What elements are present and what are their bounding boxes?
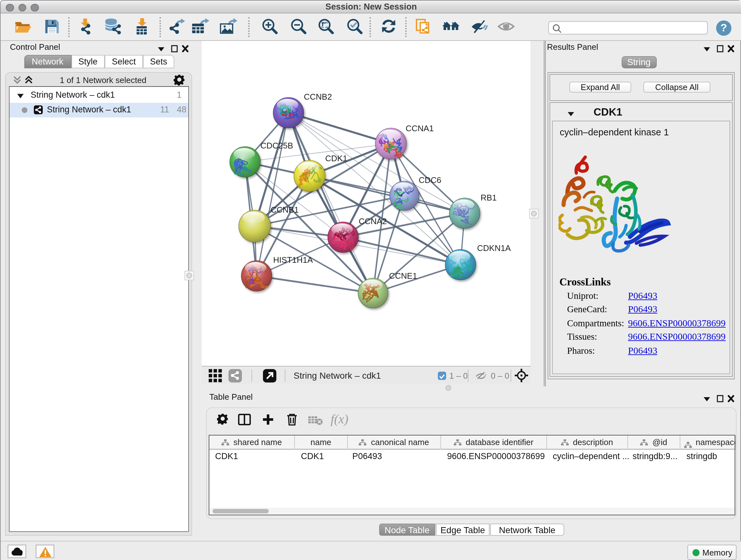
- svg-text:HIST1H1A: HIST1H1A: [273, 255, 313, 265]
- svg-text:CCNB1: CCNB1: [271, 205, 299, 214]
- svg-text:CDC25B: CDC25B: [260, 141, 293, 150]
- svg-text:CCNE1: CCNE1: [389, 271, 417, 281]
- svg-text:CCNA1: CCNA1: [406, 124, 434, 133]
- svg-text:CCNA2: CCNA2: [359, 216, 387, 226]
- svg-text:CDK1: CDK1: [325, 153, 347, 163]
- svg-text:CCNB2: CCNB2: [304, 92, 332, 102]
- svg-text:CDKN1A: CDKN1A: [477, 243, 511, 253]
- svg-text:RB1: RB1: [481, 193, 497, 202]
- svg-text:CDC6: CDC6: [419, 175, 441, 185]
